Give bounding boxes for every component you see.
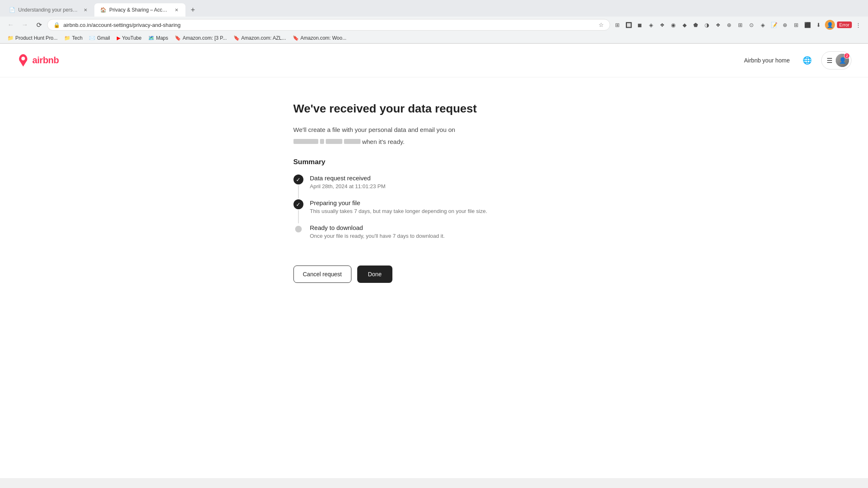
ext-12[interactable]: ⊙ bbox=[747, 20, 757, 30]
timeline-item-3: Ready to download Once your file is read… bbox=[293, 224, 575, 249]
bookmark-icon-7: 🔖 bbox=[293, 35, 299, 41]
ext-8[interactable]: ⬟ bbox=[691, 20, 701, 30]
back-button[interactable]: ← bbox=[5, 19, 17, 31]
bookmark-product-hunt[interactable]: 📁 Product Hunt Pro... bbox=[5, 34, 60, 42]
bookmark-amazon-2[interactable]: 🔖 Amazon.com: AZL... bbox=[231, 34, 289, 42]
tab1-close[interactable]: ✕ bbox=[82, 7, 89, 13]
tab2-favicon: 🏠 bbox=[100, 7, 106, 13]
ext-4[interactable]: ◈ bbox=[646, 20, 656, 30]
redacted-block-1 bbox=[293, 139, 318, 144]
ext-10[interactable]: ❖ bbox=[713, 20, 723, 30]
ext-17[interactable]: ⬛ bbox=[803, 20, 813, 30]
timeline-icon-2: ✓ bbox=[293, 199, 303, 209]
ext-6[interactable]: ◉ bbox=[668, 20, 678, 30]
ext-9[interactable]: ◑ bbox=[702, 20, 712, 30]
redacted-email bbox=[293, 139, 361, 144]
new-tab-button[interactable]: + bbox=[187, 4, 199, 16]
timeline-subtitle-1: April 28th, 2024 at 11:01:23 PM bbox=[310, 183, 575, 189]
button-row: Cancel request Done bbox=[293, 266, 575, 283]
tab2-title: Privacy & Sharing – Account bbox=[109, 7, 170, 13]
menu-dots[interactable]: ⋮ bbox=[853, 20, 863, 30]
bookmark-star-icon[interactable]: ☆ bbox=[599, 22, 604, 28]
airbnb-logo-text: airbnb bbox=[32, 55, 59, 66]
profile-icon[interactable]: 👤 bbox=[825, 20, 835, 30]
redacted-block-4 bbox=[344, 139, 361, 144]
user-menu[interactable]: ☰ 👤 2 bbox=[821, 51, 851, 69]
ext-2[interactable]: 🔲 bbox=[624, 20, 634, 30]
summary-label: Summary bbox=[293, 158, 575, 166]
timeline-content-2: Preparing your file This usually takes 7… bbox=[310, 199, 575, 224]
forward-button[interactable]: → bbox=[19, 19, 31, 31]
timeline-content-3: Ready to download Once your file is read… bbox=[310, 224, 575, 249]
page-title: We've received your data request bbox=[293, 102, 575, 115]
ext-11[interactable]: ⊕ bbox=[724, 20, 734, 30]
done-button[interactable]: Done bbox=[357, 266, 392, 283]
airbnb-your-home-link[interactable]: Airbnb your home bbox=[741, 54, 793, 67]
timeline-title-2: Preparing your file bbox=[310, 199, 575, 206]
timeline-title-1: Data request received bbox=[310, 175, 575, 182]
timeline-subtitle-2: This usually takes 7 days, but may take … bbox=[310, 208, 575, 214]
avatar: 👤 2 bbox=[836, 54, 849, 67]
ext-3[interactable]: ◼ bbox=[635, 20, 645, 30]
redacted-block-2 bbox=[320, 139, 324, 144]
airbnb-navbar: airbnb Airbnb your home 🌐 ☰ 👤 2 bbox=[0, 44, 868, 77]
address-bar[interactable]: 🔒 airbnb.co.in/account-settings/privacy-… bbox=[47, 19, 610, 31]
error-badge[interactable]: Error bbox=[837, 22, 852, 28]
tab-2[interactable]: 🏠 Privacy & Sharing – Account ✕ bbox=[94, 3, 185, 17]
hamburger-icon: ☰ bbox=[827, 57, 832, 65]
timeline: ✓ Data request received April 28th, 2024… bbox=[293, 175, 575, 249]
ext-5[interactable]: ❖ bbox=[657, 20, 667, 30]
gmail-icon: ✉️ bbox=[89, 35, 95, 41]
timeline-left-2: ✓ bbox=[293, 199, 303, 224]
tab1-favicon: 📄 bbox=[9, 7, 15, 13]
ext-14[interactable]: 📝 bbox=[769, 20, 779, 30]
nav-right: Airbnb your home 🌐 ☰ 👤 2 bbox=[741, 51, 851, 69]
timeline-left-3 bbox=[293, 224, 303, 249]
description-line2: when it's ready. bbox=[293, 137, 575, 147]
ext-add[interactable]: ⊞ bbox=[736, 20, 745, 30]
bookmark-youtube[interactable]: ▶ YouTube bbox=[114, 34, 144, 42]
reload-button[interactable]: ⟳ bbox=[33, 19, 45, 31]
ext-7[interactable]: ◆ bbox=[680, 20, 690, 30]
timeline-content-1: Data request received April 28th, 2024 a… bbox=[310, 175, 575, 199]
redacted-block-3 bbox=[326, 139, 342, 144]
ext-1[interactable]: ⊞ bbox=[613, 20, 623, 30]
tab2-close[interactable]: ✕ bbox=[173, 7, 180, 13]
bookmark-icon-5: 🔖 bbox=[175, 35, 181, 41]
notification-badge: 2 bbox=[844, 53, 850, 59]
description-line1: We'll create a file with your personal d… bbox=[293, 125, 575, 135]
maps-icon: 🗺️ bbox=[148, 35, 154, 41]
tab1-title: Understanding your persona... bbox=[18, 7, 79, 13]
ext-13[interactable]: ◈ bbox=[758, 20, 768, 30]
ext-download[interactable]: ⬇ bbox=[814, 20, 824, 30]
bookmarks-bar: 📁 Product Hunt Pro... 📁 Tech ✉️ Gmail ▶ … bbox=[0, 33, 868, 43]
bookmark-maps[interactable]: 🗺️ Maps bbox=[146, 34, 171, 42]
extensions-bar: ⊞ 🔲 ◼ ◈ ❖ ◉ ◆ ⬟ ◑ ❖ ⊕ ⊞ ⊙ ◈ 📝 ⊕ ⊞ ⬛ ⬇ 👤 … bbox=[613, 20, 863, 30]
bookmark-amazon-3[interactable]: 🔖 Amazon.com: Woo... bbox=[290, 34, 349, 42]
url-text: airbnb.co.in/account-settings/privacy-an… bbox=[63, 22, 595, 28]
youtube-icon: ▶ bbox=[117, 35, 120, 41]
timeline-subtitle-3: Once your file is ready, you'll have 7 d… bbox=[310, 233, 575, 239]
bookmark-icon-6: 🔖 bbox=[233, 35, 240, 41]
bookmark-tech[interactable]: 📁 Tech bbox=[62, 34, 85, 42]
timeline-left-1: ✓ bbox=[293, 175, 303, 199]
globe-icon[interactable]: 🌐 bbox=[800, 53, 815, 68]
page-wrapper: airbnb Airbnb your home 🌐 ☰ 👤 2 We've re… bbox=[0, 44, 868, 478]
timeline-line-1 bbox=[298, 185, 299, 199]
bookmark-icon-1: 📁 bbox=[7, 35, 14, 41]
lock-icon: 🔒 bbox=[53, 22, 60, 28]
timeline-item-1: ✓ Data request received April 28th, 2024… bbox=[293, 175, 575, 199]
cancel-request-button[interactable]: Cancel request bbox=[293, 266, 351, 283]
tab-1[interactable]: 📄 Understanding your persona... ✕ bbox=[3, 3, 94, 17]
ext-15[interactable]: ⊕ bbox=[780, 20, 790, 30]
airbnb-logo[interactable]: airbnb bbox=[17, 54, 59, 67]
ext-16[interactable]: ⊞ bbox=[791, 20, 801, 30]
timeline-item-2: ✓ Preparing your file This usually takes… bbox=[293, 199, 575, 224]
bookmark-gmail[interactable]: ✉️ Gmail bbox=[87, 34, 112, 42]
timeline-title-3: Ready to download bbox=[310, 224, 575, 231]
bookmark-icon-2: 📁 bbox=[64, 35, 70, 41]
timeline-icon-3 bbox=[295, 226, 302, 232]
timeline-icon-1: ✓ bbox=[293, 175, 303, 184]
bookmark-amazon-1[interactable]: 🔖 Amazon.com: [3 P... bbox=[172, 34, 229, 42]
main-content: We've received your data request We'll c… bbox=[277, 77, 591, 308]
